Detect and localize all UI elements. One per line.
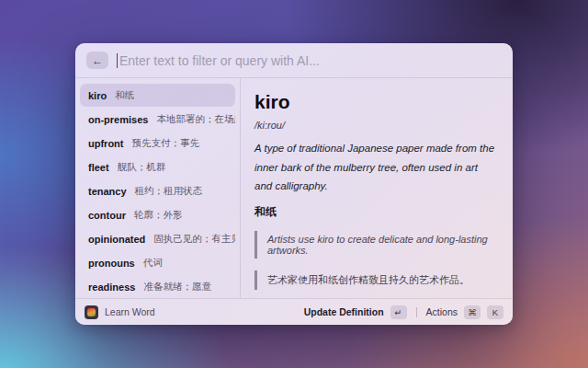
search-bar: ← Enter text to filter or query with AI.… <box>75 43 513 78</box>
command-key-badge: ⌘ <box>464 305 481 319</box>
word-translation: 代词 <box>143 257 163 270</box>
update-definition-button[interactable]: Update Definition <box>304 306 384 317</box>
word-translation: 舰队；机群 <box>118 161 166 174</box>
word-translation: 本地部署的；在场所内的 <box>156 113 235 126</box>
translation-heading: 和纸 <box>254 204 498 220</box>
word-label: fleet <box>88 162 109 173</box>
app-body: kiro 和纸 on-premises 本地部署的；在场所内的 upfront … <box>75 78 513 298</box>
definition-text: A type of traditional Japanese paper mad… <box>254 139 498 196</box>
word-label: tenancy <box>88 186 127 197</box>
list-item[interactable]: on-premises 本地部署的；在场所内的 <box>80 108 235 131</box>
app-icon-glyph <box>87 308 96 316</box>
back-button[interactable]: ← <box>86 52 108 69</box>
text-caret <box>117 53 118 68</box>
word-list: kiro 和纸 on-premises 本地部署的；在场所内的 upfront … <box>75 78 241 298</box>
list-item[interactable]: readiness 准备就绪；愿意 <box>80 275 235 298</box>
word-label: readiness <box>88 282 135 293</box>
search-input[interactable]: Enter text to filter or query with AI... <box>117 43 502 77</box>
learn-word-window: ← Enter text to filter or query with AI.… <box>75 43 513 325</box>
learn-word-app-icon <box>85 305 98 319</box>
word-translation: 和纸 <box>115 89 134 102</box>
word-label: upfront <box>88 138 123 149</box>
return-key-badge: ↵ <box>390 305 407 319</box>
word-translation: 预先支付；事先 <box>131 137 199 150</box>
list-item[interactable]: pronouns 代词 <box>80 251 235 274</box>
list-item[interactable]: upfront 预先支付；事先 <box>80 132 235 155</box>
back-arrow-icon: ← <box>92 55 103 66</box>
example-sentence-zh: 艺术家使用和纸创作精致且持久的艺术作品。 <box>254 270 498 290</box>
detail-panel: kiro /ki:rou/ A type of traditional Japa… <box>241 78 513 298</box>
actions-button[interactable]: Actions <box>426 306 458 317</box>
k-key-badge: K <box>487 305 503 319</box>
list-item[interactable]: tenancy 租约；租用状态 <box>80 179 235 202</box>
list-item[interactable]: contour 轮廓；外形 <box>80 203 235 226</box>
word-translation: 固执己见的；有主见的 <box>153 233 235 246</box>
footer-bar: Learn Word Update Definition ↵ Actions ⌘… <box>75 298 513 325</box>
word-label: kiro <box>88 90 107 101</box>
list-item[interactable]: fleet 舰队；机群 <box>80 155 235 178</box>
word-label: contour <box>88 210 126 221</box>
word-translation: 轮廓；外形 <box>134 209 183 222</box>
footer-divider <box>416 307 417 317</box>
word-translation: 租约；租用状态 <box>135 185 203 198</box>
app-name-label: Learn Word <box>105 306 155 317</box>
word-label: on-premises <box>88 114 148 125</box>
word-label: opinionated <box>88 234 145 245</box>
word-label: pronouns <box>88 258 135 269</box>
list-item[interactable]: opinionated 固执己见的；有主见的 <box>80 227 235 250</box>
phonetic: /ki:rou/ <box>254 120 498 131</box>
desktop: { "search": { "back_icon": "←", "placeho… <box>0 0 588 368</box>
word-title: kiro <box>254 91 498 113</box>
list-item[interactable]: kiro 和纸 <box>80 84 235 107</box>
word-translation: 准备就绪；愿意 <box>143 281 211 293</box>
search-placeholder: Enter text to filter or query with AI... <box>119 53 320 68</box>
example-sentence-en: Artists use kiro to create delicate and … <box>254 231 498 259</box>
